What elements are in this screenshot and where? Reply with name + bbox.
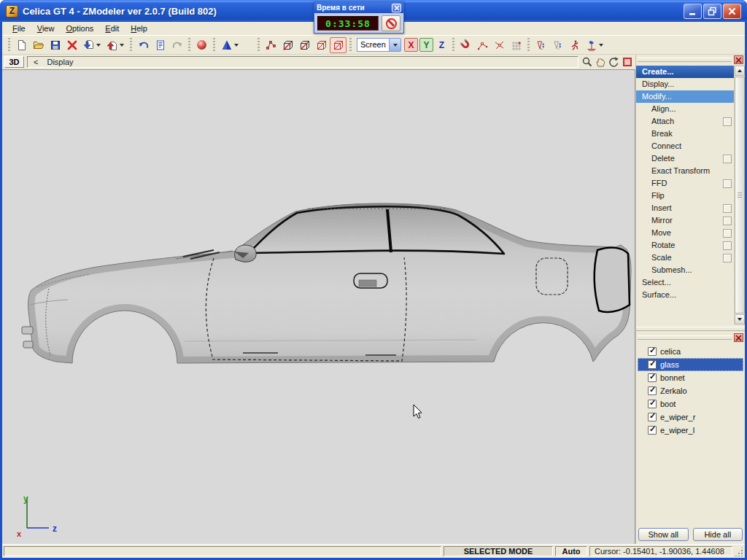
toolbar-grip[interactable] bbox=[130, 38, 132, 52]
visibility-checkbox[interactable]: ✓ bbox=[648, 426, 657, 435]
disconnect-button[interactable] bbox=[382, 15, 400, 31]
combo-chevron-icon[interactable] bbox=[389, 38, 401, 52]
panel-splitter[interactable] bbox=[636, 327, 745, 331]
layer-row-glass[interactable]: ✓ glass bbox=[638, 358, 743, 371]
axis-y-toggle[interactable]: Y bbox=[419, 38, 433, 52]
rotate-view-icon[interactable] bbox=[608, 56, 619, 68]
snap-vertex-button[interactable] bbox=[474, 37, 491, 53]
option-box[interactable] bbox=[723, 204, 732, 213]
primitive-cone-button[interactable] bbox=[218, 37, 241, 53]
cone-dropdown-icon[interactable] bbox=[234, 44, 239, 47]
panel-grip[interactable] bbox=[638, 58, 732, 62]
new-file-button[interactable] bbox=[13, 37, 30, 53]
command-exact-transform[interactable]: Exact Transform bbox=[636, 165, 734, 177]
faces-level-button[interactable] bbox=[296, 37, 313, 53]
command-ffd[interactable]: FFD bbox=[636, 177, 734, 190]
visibility-checkbox[interactable]: ✓ bbox=[648, 360, 657, 369]
toolbar-grip[interactable] bbox=[349, 38, 352, 52]
minimize-button[interactable] bbox=[684, 4, 702, 19]
material-sphere-button[interactable] bbox=[193, 37, 210, 53]
history-log-button[interactable] bbox=[152, 37, 169, 53]
visibility-checkbox[interactable]: ✓ bbox=[648, 386, 657, 395]
visibility-checkbox[interactable]: ✓ bbox=[648, 347, 657, 356]
restore-button[interactable] bbox=[703, 4, 721, 19]
toolbar-grip[interactable] bbox=[213, 38, 215, 52]
locator-tool-button[interactable] bbox=[583, 37, 606, 53]
visibility-checkbox[interactable]: ✓ bbox=[648, 400, 657, 408]
command-mirror[interactable]: Mirror bbox=[636, 214, 734, 227]
commands-scrollbar[interactable] bbox=[734, 66, 745, 324]
snap-grid-button[interactable] bbox=[508, 37, 525, 53]
option-box[interactable] bbox=[723, 155, 732, 163]
menu-view[interactable]: View bbox=[31, 23, 61, 34]
scroll-down-button[interactable] bbox=[735, 314, 745, 324]
visibility-checkbox[interactable]: ✓ bbox=[648, 413, 657, 421]
status-auto[interactable]: Auto bbox=[555, 546, 587, 556]
online-timer-widget[interactable]: Время в сети 0:33:58 bbox=[314, 1, 404, 34]
breadcrumb-back-icon[interactable]: < bbox=[34, 58, 38, 66]
redo-button[interactable] bbox=[169, 37, 185, 53]
snap-edge-button[interactable] bbox=[491, 37, 508, 53]
viewport-3d[interactable]: y z x bbox=[2, 69, 635, 544]
breadcrumb[interactable]: < Display bbox=[27, 56, 578, 68]
menu-help[interactable]: Help bbox=[125, 23, 153, 34]
panel-grip[interactable] bbox=[638, 335, 732, 340]
timer-titlebar[interactable]: Время в сети bbox=[314, 2, 403, 13]
polygons-level-button[interactable] bbox=[313, 37, 330, 53]
axis-z-toggle[interactable]: Z bbox=[435, 38, 449, 52]
objects-level-button[interactable] bbox=[330, 37, 347, 53]
import-button[interactable] bbox=[80, 37, 104, 53]
command-connect[interactable]: Connect bbox=[636, 140, 734, 152]
toolbar-grip[interactable] bbox=[527, 38, 530, 52]
animation-runner-button[interactable] bbox=[566, 37, 583, 53]
toolbar-grip[interactable] bbox=[188, 38, 190, 52]
visibility-checkbox[interactable]: ✓ bbox=[648, 373, 657, 382]
option-box[interactable] bbox=[723, 254, 732, 262]
export-dropdown-icon[interactable] bbox=[120, 44, 124, 47]
objects-panel-close-button[interactable] bbox=[734, 333, 743, 342]
option-box[interactable] bbox=[723, 179, 732, 188]
car-model[interactable] bbox=[2, 70, 635, 545]
export-button[interactable] bbox=[104, 37, 127, 53]
toolbar-grip[interactable] bbox=[452, 38, 454, 52]
command-delete[interactable]: Delete bbox=[636, 152, 734, 165]
hide-all-button[interactable]: Hide all bbox=[693, 528, 743, 541]
commands-panel-close-button[interactable] bbox=[734, 55, 743, 64]
screen-space-dropdown[interactable]: Screen bbox=[357, 38, 401, 52]
command-display[interactable]: Display... bbox=[636, 78, 734, 90]
scroll-up-button[interactable] bbox=[735, 66, 745, 76]
timer-close-button[interactable] bbox=[392, 4, 401, 12]
close-button[interactable] bbox=[723, 4, 741, 19]
axis-x-toggle[interactable]: X bbox=[404, 38, 418, 52]
vertices-level-button[interactable] bbox=[263, 37, 279, 53]
command-attach[interactable]: Attach bbox=[636, 115, 734, 128]
save-file-button[interactable] bbox=[47, 37, 63, 53]
scroll-thumb[interactable] bbox=[735, 77, 745, 314]
menu-file[interactable]: File bbox=[7, 23, 31, 34]
maximize-view-toggle[interactable] bbox=[623, 58, 632, 66]
zoom-tool-icon[interactable] bbox=[581, 56, 593, 68]
view-tab-3d[interactable]: 3D bbox=[4, 56, 24, 68]
toolbar-grip[interactable] bbox=[8, 38, 10, 52]
show-all-button[interactable]: Show all bbox=[638, 528, 689, 541]
import-dropdown-icon[interactable] bbox=[96, 44, 101, 47]
open-file-button[interactable] bbox=[30, 37, 47, 53]
undo-button[interactable] bbox=[135, 37, 152, 53]
command-insert[interactable]: Insert bbox=[636, 202, 734, 214]
pin-down-button[interactable] bbox=[549, 37, 566, 53]
option-box[interactable] bbox=[723, 117, 732, 126]
command-rotate[interactable]: Rotate bbox=[636, 239, 734, 252]
layer-row-e-wiper-r[interactable]: ✓ e_wiper_r bbox=[638, 411, 743, 424]
resize-grip[interactable] bbox=[735, 546, 743, 556]
pan-hand-icon[interactable] bbox=[595, 56, 606, 68]
command-select[interactable]: Select... bbox=[636, 276, 734, 289]
layer-row-bonnet[interactable]: ✓ bonnet bbox=[638, 371, 743, 384]
command-submesh[interactable]: Submesh... bbox=[636, 264, 734, 276]
magnet-snap-button[interactable] bbox=[457, 37, 474, 53]
layer-row-celica[interactable]: ✓ celica bbox=[638, 345, 743, 358]
menu-edit[interactable]: Edit bbox=[99, 23, 125, 34]
option-box[interactable] bbox=[723, 229, 732, 238]
layer-row-e-wiper-l[interactable]: ✓ e_wiper_l bbox=[638, 424, 743, 437]
command-surface[interactable]: Surface... bbox=[636, 289, 734, 301]
command-move[interactable]: Move bbox=[636, 227, 734, 239]
